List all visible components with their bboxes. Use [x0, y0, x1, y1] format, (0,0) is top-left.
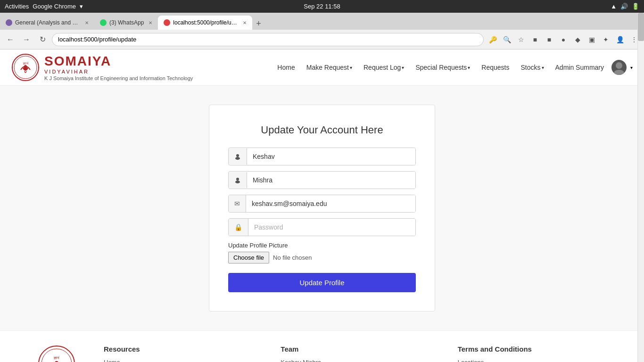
footer-team-title: Team — [281, 345, 438, 353]
svg-text:ज्ञानं: ज्ञानं — [23, 62, 29, 65]
nav-make-request[interactable]: Make Request ▾ — [303, 62, 356, 73]
wifi-icon: ▲ — [611, 3, 617, 10]
nav-admin-summary[interactable]: Admin Summary — [552, 62, 608, 73]
search-icon[interactable]: 🔍 — [501, 33, 513, 46]
email-group: ✉ — [228, 195, 416, 213]
reload-button[interactable]: ↻ — [36, 33, 49, 46]
tab-whatsapp[interactable]: (3) WhatsApp ✕ — [94, 16, 158, 30]
footer-resources-home[interactable]: Home — [104, 359, 262, 362]
lock-icon: 🔒 — [229, 219, 248, 236]
browser-chrome: General (Analysis and De... ✕ (3) WhatsA… — [0, 13, 644, 49]
first-name-input[interactable] — [247, 148, 415, 165]
browser-dropdown-icon[interactable]: ▾ — [80, 3, 83, 10]
star-icon[interactable]: ☆ — [515, 33, 527, 46]
file-label: Update Profile Picture — [228, 242, 416, 249]
tab-bar: General (Analysis and De... ✕ (3) WhatsA… — [0, 13, 644, 30]
nav-home[interactable]: Home — [273, 62, 298, 73]
svg-point-3 — [24, 65, 27, 68]
navbar: ज्ञानं SOMAIYA VIDYAVIHAR K J Somaiya In… — [0, 49, 644, 86]
tab-localhost-close[interactable]: ✕ — [243, 20, 247, 25]
page-content: ज्ञानं SOMAIYA VIDYAVIHAR K J Somaiya In… — [0, 49, 644, 362]
extension3-icon[interactable]: ● — [557, 33, 570, 46]
toolbar-icons: 🔑 🔍 ☆ ■ ■ ● ◆ ▣ ✦ 👤 ⋮ — [487, 33, 640, 46]
last-name-input[interactable] — [247, 172, 415, 189]
profile-icon[interactable]: 👤 — [614, 33, 626, 46]
tab-general-icon — [6, 19, 12, 26]
brand-desc: K J Somaiya Institute of Engineering and… — [44, 75, 193, 81]
new-tab-button[interactable]: + — [252, 19, 265, 29]
url-bar[interactable] — [52, 33, 484, 46]
svg-point-8 — [236, 178, 239, 181]
tab-whatsapp-close[interactable]: ✕ — [149, 20, 152, 25]
update-profile-button[interactable]: Update Profile — [228, 273, 416, 292]
activities-label[interactable]: Activities — [5, 3, 29, 10]
tab-localhost[interactable]: localhost:5000/profile/up... ✕ — [158, 16, 252, 30]
os-bar-right: ▲ 🔊 🔋 — [611, 3, 639, 10]
email-input[interactable] — [246, 195, 415, 212]
request-log-arrow: ▾ — [402, 65, 404, 70]
last-name-icon — [229, 172, 247, 188]
scrollbar[interactable] — [637, 13, 644, 362]
footer-terms-col: Terms and Conditions Locations Privacy T… — [458, 345, 616, 362]
tab-general[interactable]: General (Analysis and De... ✕ — [0, 16, 94, 30]
special-requests-arrow: ▾ — [468, 65, 470, 70]
battery-icon: 🔋 — [632, 3, 639, 10]
avatar-dropdown-arrow[interactable]: ▾ — [630, 65, 633, 70]
tab-general-close[interactable]: ✕ — [85, 20, 89, 25]
email-icon: ✉ — [229, 195, 246, 212]
brand-logo-icon: ज्ञानं — [11, 53, 40, 82]
tab-general-label: General (Analysis and De... — [15, 19, 80, 26]
last-name-group — [228, 171, 416, 189]
key-icon[interactable]: 🔑 — [487, 33, 499, 46]
os-datetime: Sep 22 11:58 — [304, 3, 340, 10]
tab-whatsapp-icon — [100, 19, 107, 26]
svg-text:ज्ञानं: ज्ञानं — [53, 356, 59, 360]
svg-point-5 — [614, 70, 624, 75]
forward-button[interactable]: → — [20, 33, 33, 46]
extension1-icon[interactable]: ■ — [529, 33, 541, 46]
footer-team-keshav[interactable]: Keshav Mishra — [281, 359, 438, 362]
first-name-group — [228, 148, 416, 165]
tab-whatsapp-label: (3) WhatsApp — [109, 19, 144, 26]
extension5-icon[interactable]: ▣ — [586, 33, 598, 46]
tab-localhost-label: localhost:5000/profile/up... — [173, 19, 238, 26]
file-upload-section: Update Profile Picture Choose file No fi… — [228, 242, 416, 263]
first-name-icon — [229, 148, 247, 165]
footer: ज्ञानं ब्रह्म © 2020 Resources Home Make… — [0, 330, 644, 362]
brand-text: SOMAIYA VIDYAVIHAR K J Somaiya Institute… — [44, 54, 193, 81]
choose-file-button[interactable]: Choose file — [228, 252, 269, 263]
scrollbar-thumb[interactable] — [638, 13, 644, 41]
nav-special-requests[interactable]: Special Requests ▾ — [412, 62, 474, 73]
os-bar-left: Activities Google Chrome ▾ — [5, 3, 83, 10]
password-input[interactable] — [248, 219, 415, 236]
nav-requests[interactable]: Requests — [478, 62, 513, 73]
user-avatar[interactable] — [611, 60, 627, 75]
brand: ज्ञानं SOMAIYA VIDYAVIHAR K J Somaiya In… — [11, 53, 193, 82]
extension4-icon[interactable]: ◆ — [571, 33, 584, 46]
tab-localhost-icon — [164, 19, 170, 26]
svg-point-4 — [616, 62, 622, 69]
brand-name: SOMAIYA — [44, 54, 193, 69]
make-request-arrow: ▾ — [350, 65, 352, 70]
back-button[interactable]: ← — [4, 33, 17, 46]
footer-resources-col: Resources Home Make requests Requests Lo… — [104, 345, 262, 362]
os-bar: Activities Google Chrome ▾ Sep 22 11:58 … — [0, 0, 644, 13]
svg-point-9 — [235, 181, 240, 183]
footer-terms-title: Terms and Conditions — [458, 345, 616, 353]
extension6-icon[interactable]: ✦ — [600, 33, 612, 46]
nav-links: Home Make Request ▾ Request Log ▾ Specia… — [273, 60, 633, 75]
file-input-wrapper: Choose file No file chosen — [228, 252, 416, 263]
browser-toolbar: ← → ↻ 🔑 🔍 ☆ ■ ■ ● ◆ ▣ ✦ 👤 ⋮ — [0, 30, 644, 49]
browser-name-label[interactable]: Google Chrome — [33, 3, 76, 10]
extension2-icon[interactable]: ■ — [543, 33, 555, 46]
footer-team-col: Team Keshav Mishra Jaideep More Vedant M… — [281, 345, 438, 362]
footer-terms-locations[interactable]: Locations — [458, 359, 616, 362]
footer-logo-icon: ज्ञानं ब्रह्म — [38, 345, 75, 362]
nav-stocks[interactable]: Stocks ▾ — [517, 62, 548, 73]
stocks-arrow: ▾ — [542, 65, 544, 70]
footer-resources-title: Resources — [104, 345, 262, 353]
form-container: Update Your Account Here ✉ — [209, 105, 435, 312]
password-group: 🔒 — [228, 218, 416, 236]
footer-logo-section: ज्ञानं ब्रह्म © 2020 — [28, 345, 85, 362]
nav-request-log[interactable]: Request Log ▾ — [360, 62, 408, 73]
